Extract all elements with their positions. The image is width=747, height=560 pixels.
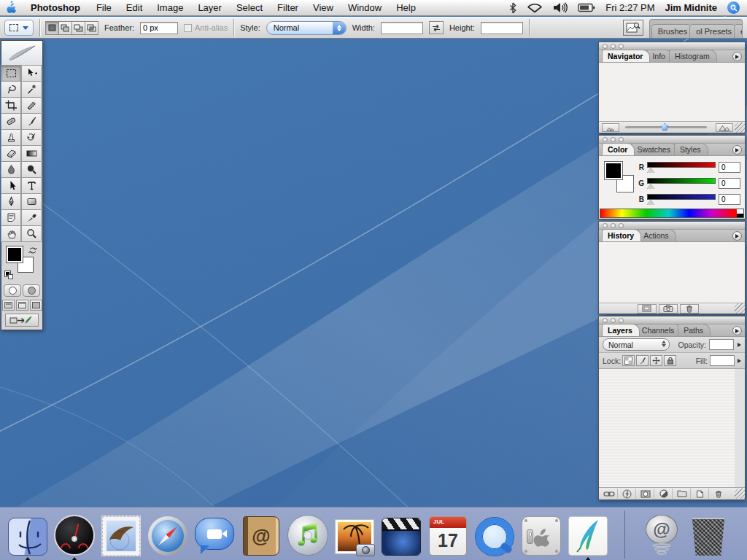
- anti-alias-control[interactable]: Anti-alias: [184, 23, 228, 32]
- swap-colors-button[interactable]: [28, 246, 37, 256]
- airport-wifi-icon[interactable]: [527, 2, 543, 13]
- fullscreen-button[interactable]: [30, 300, 42, 311]
- dock-itunes-icon[interactable]: [287, 515, 328, 557]
- tool-magic-wand[interactable]: [21, 81, 42, 98]
- new-selection-button[interactable]: [45, 21, 59, 35]
- red-slider-thumb[interactable]: [647, 168, 654, 173]
- palette-zoom-button[interactable]: [619, 137, 624, 142]
- menu-select[interactable]: Select: [229, 2, 270, 13]
- layer-mask-button[interactable]: [637, 489, 654, 499]
- dock-weblocation-icon[interactable]: @: [641, 515, 682, 557]
- layer-style-button[interactable]: [619, 489, 636, 499]
- dock-sysprefs-icon[interactable]: [521, 515, 562, 557]
- blue-slider-thumb[interactable]: [647, 200, 654, 205]
- new-group-button[interactable]: [673, 489, 691, 499]
- resize-grip[interactable]: [735, 489, 745, 499]
- tab-styles[interactable]: Styles: [674, 143, 708, 155]
- red-slider[interactable]: [647, 161, 716, 173]
- tool-lasso[interactable]: [1, 81, 21, 98]
- new-document-from-state-button[interactable]: [638, 304, 657, 314]
- zoom-slider-thumb[interactable]: [661, 123, 668, 131]
- zoom-slider[interactable]: [625, 126, 707, 128]
- style-select[interactable]: Normal: [266, 21, 347, 35]
- green-slider[interactable]: [647, 177, 716, 189]
- tool-brush[interactable]: [21, 113, 42, 130]
- tool-type[interactable]: [21, 177, 42, 194]
- resize-grip[interactable]: [735, 303, 745, 314]
- tool-dodge[interactable]: [21, 161, 42, 178]
- link-layers-button[interactable]: [600, 489, 618, 499]
- jump-to-imageready-button[interactable]: [5, 314, 39, 327]
- subtract-from-selection-button[interactable]: [71, 21, 85, 35]
- tool-eyedropper[interactable]: [21, 209, 42, 226]
- foreground-color-swatch[interactable]: [7, 246, 23, 262]
- zoom-in-button[interactable]: [716, 123, 733, 132]
- dock-safari-icon[interactable]: [147, 515, 188, 557]
- dock-dashboard-icon[interactable]: [54, 515, 95, 557]
- green-slider-thumb[interactable]: [647, 184, 654, 189]
- feather-input[interactable]: [140, 22, 178, 34]
- tool-path-selection[interactable]: [1, 177, 21, 194]
- dock-addressbook-icon[interactable]: @: [241, 515, 282, 557]
- menu-file[interactable]: File: [89, 2, 119, 13]
- resize-grip[interactable]: [735, 122, 745, 133]
- palette-close-button[interactable]: [603, 44, 608, 49]
- apple-menu[interactable]: [0, 1, 22, 15]
- dock-imovie-icon[interactable]: [381, 515, 422, 557]
- lock-position-button[interactable]: [650, 355, 662, 366]
- menubar-clock[interactable]: Fri 2:27 PM: [605, 2, 654, 13]
- green-value-input[interactable]: [719, 178, 740, 189]
- layers-menu-button[interactable]: [732, 326, 742, 335]
- menu-filter[interactable]: Filter: [270, 2, 306, 13]
- menu-layer[interactable]: Layer: [190, 2, 229, 13]
- lock-transparency-button[interactable]: [622, 355, 635, 366]
- swap-dimensions-button[interactable]: [429, 21, 444, 34]
- zoom-out-button[interactable]: [602, 123, 619, 132]
- delete-state-button[interactable]: [680, 304, 699, 314]
- width-input[interactable]: [381, 22, 423, 34]
- well-tab-layer-comps[interactable]: er Comps: [734, 24, 743, 38]
- menu-view[interactable]: View: [306, 2, 341, 13]
- menu-image[interactable]: Image: [150, 2, 190, 13]
- blue-value-input[interactable]: [719, 194, 740, 205]
- dock-iphoto-icon[interactable]: [334, 515, 375, 557]
- fill-arrow-icon[interactable]: [738, 359, 741, 363]
- tab-swatches[interactable]: Swatches: [631, 143, 678, 155]
- height-input[interactable]: [481, 22, 523, 34]
- tool-eraser[interactable]: [1, 145, 21, 162]
- dock-trash-icon[interactable]: [688, 515, 729, 557]
- well-tab-tool-presets[interactable]: ol Presets: [689, 24, 738, 38]
- add-to-selection-button[interactable]: [58, 21, 72, 35]
- history-menu-button[interactable]: [732, 231, 742, 241]
- tab-history[interactable]: History: [602, 229, 641, 241]
- tool-gradient[interactable]: [21, 145, 42, 162]
- tool-hand[interactable]: [1, 225, 21, 242]
- tool-history-brush[interactable]: [21, 129, 42, 146]
- file-browser-button[interactable]: [623, 20, 643, 36]
- dock-finder-icon[interactable]: [7, 515, 48, 557]
- tool-notes[interactable]: [1, 209, 21, 226]
- tool-move[interactable]: [21, 65, 42, 82]
- palette-minimize-button[interactable]: [611, 318, 616, 323]
- lock-all-button[interactable]: [664, 355, 676, 366]
- bluetooth-icon[interactable]: [509, 2, 516, 14]
- anti-alias-checkbox[interactable]: [184, 24, 192, 32]
- tool-preset-picker[interactable]: [4, 20, 34, 36]
- volume-icon[interactable]: [553, 2, 568, 13]
- lock-pixels-button[interactable]: [636, 355, 649, 366]
- color-spectrum-ramp[interactable]: [600, 209, 744, 218]
- dock-mail-icon[interactable]: [101, 515, 142, 557]
- dock-quicktime-icon[interactable]: [474, 515, 515, 557]
- spotlight-button[interactable]: [727, 1, 740, 14]
- standard-mode-button[interactable]: [4, 284, 21, 297]
- palette-zoom-button[interactable]: [619, 44, 624, 49]
- intersect-selection-button[interactable]: [85, 21, 98, 35]
- quick-mask-mode-button[interactable]: [23, 284, 40, 297]
- color-menu-button[interactable]: [732, 145, 742, 155]
- tool-pen[interactable]: [1, 193, 21, 210]
- tab-paths[interactable]: Paths: [678, 324, 711, 336]
- red-value-input[interactable]: [719, 162, 740, 173]
- palette-close-button[interactable]: [603, 223, 608, 228]
- tool-crop[interactable]: [1, 97, 21, 114]
- tool-healing-brush[interactable]: [1, 113, 21, 130]
